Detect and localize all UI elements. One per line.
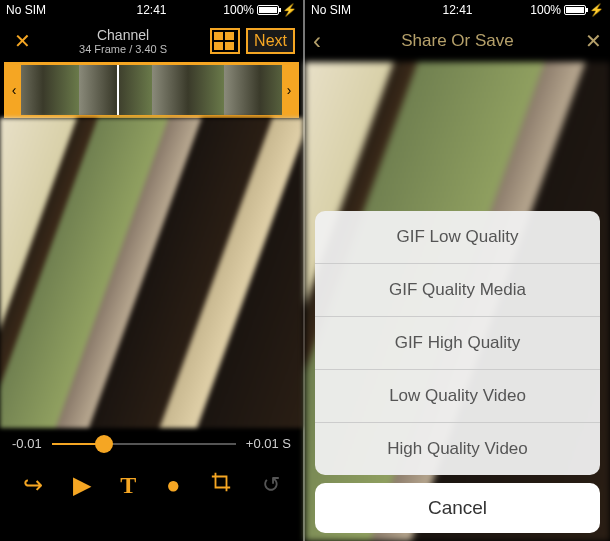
play-icon[interactable]: ▶ (73, 471, 91, 499)
text-icon[interactable]: T (120, 472, 136, 499)
slider-thumb[interactable] (95, 435, 113, 453)
direction-icon[interactable]: ↪ (23, 471, 43, 499)
editor-nav: ✕ Channel 34 Frame / 3.40 S Next (0, 20, 303, 62)
undo-icon[interactable]: ↺ (262, 472, 280, 498)
option-gif-low[interactable]: GIF Low Quality (315, 211, 600, 264)
option-video-high[interactable]: High Quality Video (315, 423, 600, 475)
battery-icon (564, 5, 586, 15)
filter-icon[interactable]: ● (166, 471, 181, 499)
share-nav: ‹ Share Or Save ✕ (305, 20, 610, 62)
cancel-button[interactable]: Cancel (315, 483, 600, 533)
video-preview[interactable] (0, 118, 303, 428)
trim-start-handle[interactable]: ‹ (7, 65, 21, 115)
playhead[interactable] (117, 63, 119, 117)
battery-percent: 100% (530, 3, 561, 17)
nav-title: Channel (36, 27, 210, 43)
option-gif-high[interactable]: GIF High Quality (315, 317, 600, 370)
time-slider[interactable] (52, 443, 236, 445)
export-options: GIF Low Quality GIF Quality Media GIF Hi… (315, 211, 600, 475)
carrier-text: No SIM (311, 3, 401, 17)
status-right: 100% ⚡ (530, 3, 604, 17)
status-bar: No SIM 12:41 100% ⚡ (305, 0, 610, 20)
editor-toolbar: ↪ ▶ T ● ↺ (0, 459, 303, 511)
battery-percent: 100% (223, 3, 254, 17)
close-button[interactable]: ✕ (572, 29, 602, 53)
status-bar: No SIM 12:41 100% ⚡ (0, 0, 303, 20)
close-button[interactable]: ✕ (8, 29, 36, 53)
timeline-thumb (152, 65, 224, 115)
charging-icon: ⚡ (282, 3, 297, 17)
nav-subtitle: 34 Frame / 3.40 S (36, 43, 210, 55)
charging-icon: ⚡ (589, 3, 604, 17)
crop-icon[interactable] (210, 471, 232, 499)
time-start-label: -0.01 (12, 436, 42, 451)
editor-screen: No SIM 12:41 100% ⚡ ✕ Channel 34 Frame /… (0, 0, 305, 541)
share-screen: No SIM 12:41 100% ⚡ ‹ Share Or Save ✕ GI… (305, 0, 610, 541)
action-sheet: GIF Low Quality GIF Quality Media GIF Hi… (315, 211, 600, 533)
status-right: 100% ⚡ (223, 3, 297, 17)
option-gif-medium[interactable]: GIF Quality Media (315, 264, 600, 317)
trim-end-handle[interactable]: › (282, 65, 296, 115)
time-scrubber-row: -0.01 +0.01 S (0, 428, 303, 459)
time-end-label: +0.01 S (246, 436, 291, 451)
next-button[interactable]: Next (246, 28, 295, 54)
option-video-low[interactable]: Low Quality Video (315, 370, 600, 423)
battery-icon (257, 5, 279, 15)
share-title: Share Or Save (343, 31, 572, 51)
carrier-text: No SIM (6, 3, 96, 17)
timeline-thumb (79, 65, 151, 115)
back-button[interactable]: ‹ (313, 27, 343, 55)
grid-button[interactable] (210, 28, 240, 54)
timeline[interactable]: ‹ › (4, 62, 299, 118)
title-wrap: Channel 34 Frame / 3.40 S (36, 27, 210, 55)
